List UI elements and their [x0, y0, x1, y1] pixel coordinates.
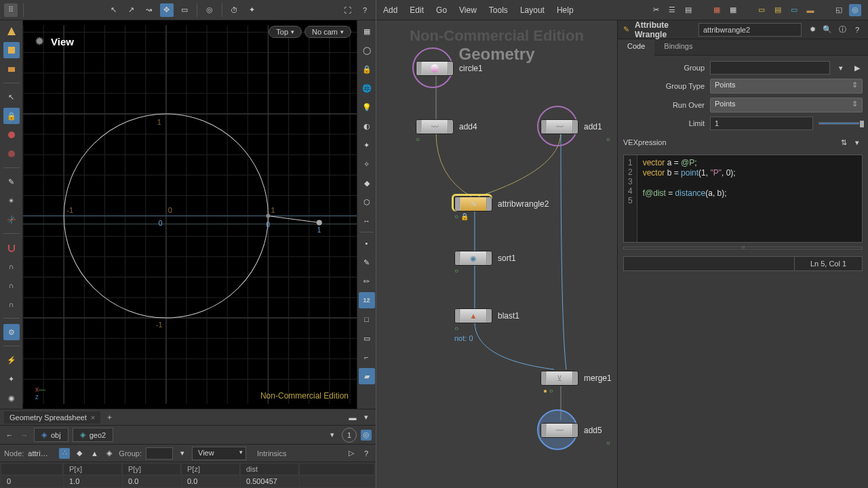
pin-icon[interactable]: ◎ [849, 4, 861, 16]
pencil-icon[interactable]: ✏ [359, 273, 375, 289]
axis-icon[interactable] [3, 211, 20, 228]
node-name-input[interactable] [698, 23, 802, 37]
wire-icon[interactable]: ◯ [359, 42, 375, 58]
back-icon[interactable]: ← [4, 430, 15, 441]
color-icon[interactable]: ▰ [359, 368, 375, 384]
grid2-icon[interactable]: ▦ [727, 4, 739, 16]
magnet3-icon[interactable]: ∩ [3, 277, 20, 293]
handle-icon[interactable]: ✥ [160, 3, 174, 17]
tab-bindings[interactable]: Bindings [654, 39, 702, 55]
viewport[interactable]: -1 0 1 1 -1 0 0 1 ✹ View Top No cam N [23, 20, 357, 409]
max-icon[interactable]: ◱ [833, 4, 845, 16]
tool2-icon[interactable]: ✧ [359, 156, 375, 172]
vex-menu-icon[interactable]: ▾ [852, 137, 863, 148]
tools-icon[interactable]: ✂ [650, 4, 662, 16]
group-input[interactable] [146, 447, 173, 460]
vtx-icon[interactable]: ◆ [74, 448, 85, 459]
bulb-icon[interactable]: ◐ [359, 118, 375, 134]
node-circle1[interactable]: circle1 [416, 61, 483, 76]
col-pz[interactable]: P[z] [182, 464, 239, 474]
node-add1[interactable]: 〰 add1 ○ [540, 119, 602, 134]
pen-icon[interactable]: ✎ [359, 254, 375, 270]
folder-icon[interactable]: ▬ [804, 4, 816, 16]
col-py[interactable]: P[y] [123, 464, 180, 474]
node-sort1[interactable]: ◉ sort1 ○ [454, 251, 516, 266]
limit-slider[interactable] [818, 122, 863, 125]
help-icon[interactable]: ? [358, 3, 372, 17]
menu-edit[interactable]: Edit [410, 5, 424, 15]
path-obj[interactable]: ◈obj [34, 428, 68, 442]
box3-icon[interactable]: □ [359, 311, 375, 327]
info-icon[interactable]: ⓘ [837, 24, 848, 35]
intrinsics-label[interactable]: Intrinsics [257, 449, 286, 458]
col-idx[interactable] [1, 464, 62, 474]
select-icon[interactable]: ↖ [3, 89, 20, 105]
help2-icon[interactable]: ? [361, 448, 372, 459]
group-menu-icon[interactable]: ▾ [177, 448, 188, 459]
panel-menu-icon[interactable]: ▾ [361, 412, 372, 423]
cursor2-icon[interactable]: ↗ [125, 3, 138, 17]
display-icon[interactable]: ▭ [178, 3, 191, 17]
flash-icon[interactable]: ⚡ [3, 352, 20, 368]
node-blast1[interactable]: ▲ blast1 ○ not: 0 [454, 308, 519, 323]
add-tab-button[interactable]: ＋ [103, 411, 115, 424]
network-view[interactable]: Non-Commercial Edition Geometry [376, 20, 617, 488]
tab-code[interactable]: Code [618, 39, 654, 56]
panel-icon[interactable]: ▬ [347, 412, 358, 423]
node-add4[interactable]: 〰 add4 ○ [416, 119, 477, 134]
vex-editor[interactable]: 12345 vector a = @P; vector b = point(1,… [623, 155, 863, 243]
group-pick-icon[interactable]: ▶ [852, 62, 863, 73]
tree-icon[interactable]: ✴ [3, 192, 20, 209]
tool5-icon[interactable]: ↔ [359, 213, 375, 229]
table-row[interactable]: 0 1.0 0.0 0.0 0.500457 [1, 476, 374, 487]
flash2-icon[interactable]: ✦ [3, 371, 20, 387]
col-dist[interactable]: dist [241, 464, 298, 474]
list-icon[interactable]: ☰ [666, 4, 678, 16]
box2-icon[interactable] [3, 61, 20, 77]
maximize-icon[interactable]: ⛶ [340, 3, 354, 17]
dot-icon[interactable]: • [359, 235, 375, 251]
tool3-icon[interactable]: ◆ [359, 175, 375, 191]
view-dropdown[interactable]: View [192, 447, 246, 460]
node-attribwrangle2[interactable]: ✎ attribwrangle2 ○ 🔒 [454, 197, 549, 211]
box5-icon[interactable]: ⌐ [359, 349, 375, 365]
lock-icon[interactable]: 🔒 [3, 108, 20, 124]
fwd-icon[interactable]: → [19, 430, 30, 441]
menu-go[interactable]: Go [436, 5, 447, 15]
light-icon[interactable]: 💡 [359, 99, 375, 115]
gear2-icon[interactable]: ✹ [807, 24, 818, 35]
apps-icon[interactable]: ⠿ [4, 3, 18, 17]
help3-icon[interactable]: ? [852, 24, 863, 35]
note-icon[interactable]: ▭ [755, 4, 768, 16]
render-icon[interactable]: ◉ [3, 390, 20, 406]
box4-icon[interactable]: ▭ [359, 330, 375, 346]
red2-icon[interactable] [3, 146, 20, 162]
note2-icon[interactable]: ▤ [772, 4, 784, 16]
node-merge1[interactable]: ⊻ merge1 ● ○ [540, 371, 612, 386]
grouptype-select[interactable]: Points [710, 79, 863, 94]
poly-icon[interactable] [3, 23, 20, 39]
settings-icon[interactable]: ✦ [245, 3, 259, 17]
magnet2-icon[interactable]: ∩ [3, 258, 20, 274]
drop-icon[interactable]: ▾ [327, 430, 338, 441]
group-input2[interactable] [710, 61, 830, 75]
shade1-icon[interactable]: ▦ [359, 23, 375, 39]
cursor3-icon[interactable]: ↝ [142, 3, 156, 17]
grid1-icon[interactable]: ▦ [711, 4, 723, 16]
menu-view[interactable]: View [459, 5, 477, 15]
num-icon[interactable]: 12 [359, 292, 375, 308]
limit-input[interactable] [710, 117, 813, 130]
lock2-icon[interactable]: 🔒 [359, 61, 375, 77]
mode-1-button[interactable]: 1 [342, 428, 357, 443]
spreadsheet-tab[interactable]: Geometry Spreadsheet × [4, 411, 100, 424]
clock-icon[interactable]: ⏱ [228, 3, 241, 17]
img-icon[interactable]: ▭ [788, 4, 800, 16]
close-icon[interactable]: × [91, 413, 95, 422]
col-px[interactable]: P[x] [64, 464, 121, 474]
red1-icon[interactable] [3, 127, 20, 143]
menu-add[interactable]: Add [383, 5, 397, 15]
camera-top-dropdown[interactable]: Top [269, 26, 302, 38]
menu-help[interactable]: Help [557, 5, 574, 15]
play-icon[interactable]: ▷ [346, 448, 357, 459]
group-dd-icon[interactable]: ▾ [835, 62, 846, 73]
